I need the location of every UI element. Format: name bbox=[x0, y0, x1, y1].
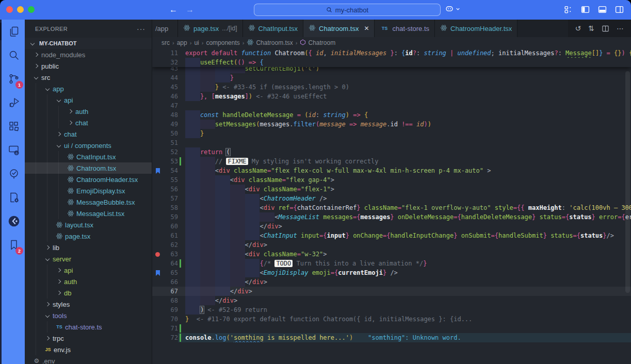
activity-bar-item-project-templates[interactable] bbox=[2, 186, 26, 209]
tree-item--env[interactable]: ⚙.env bbox=[25, 355, 152, 364]
tree-item-auth[interactable]: auth bbox=[25, 106, 152, 117]
back-arrow-icon[interactable]: ← bbox=[169, 5, 177, 14]
minimize-window-button[interactable] bbox=[17, 6, 24, 13]
tree-item-src[interactable]: src bbox=[25, 72, 152, 83]
tab-page-tsx[interactable]: page.tsx.../[id] bbox=[178, 20, 243, 37]
tree-item-tools[interactable]: tools bbox=[25, 310, 152, 321]
compare-changes-icon[interactable]: ⇅ bbox=[588, 24, 594, 32]
activity-bar-item-testing[interactable] bbox=[2, 162, 26, 186]
activity-bar-item-remote-explorer[interactable] bbox=[2, 138, 26, 162]
code-line-70[interactable]: 70} <- #11-70 export default function Ch… bbox=[152, 315, 631, 324]
code-line-62[interactable]: 62</div> bbox=[152, 240, 631, 250]
breadcrumb-item-chatroom-tsx[interactable]: Chatroom.tsx bbox=[247, 39, 293, 47]
activity-bar-item-bookmarks[interactable]: 2 bbox=[2, 233, 26, 257]
code-line-51[interactable]: 51 bbox=[152, 138, 631, 147]
history-icon[interactable]: ↺ bbox=[575, 24, 581, 32]
code-line-11[interactable]: 11export default function Chatroom({ id,… bbox=[152, 48, 631, 58]
activity-bar-item-run-debug[interactable] bbox=[2, 91, 26, 114]
zoom-window-button[interactable] bbox=[28, 6, 35, 13]
workspace-section-header[interactable]: MY-CHATBOT bbox=[25, 38, 152, 49]
code-line-55[interactable]: 55<div className="flex gap-4"> bbox=[152, 175, 631, 185]
breadcrumb-item-components[interactable]: components bbox=[206, 39, 239, 46]
activity-bar-item-extensions[interactable] bbox=[2, 114, 26, 138]
toggle-panel-icon[interactable] bbox=[598, 5, 607, 14]
breadcrumb-item-src[interactable]: src bbox=[161, 39, 170, 46]
code-line-61[interactable]: 61<ChatInput input={input} onChange={han… bbox=[152, 231, 631, 240]
breakpoint-icon[interactable] bbox=[155, 252, 160, 257]
code-line-66[interactable]: 66</div> bbox=[152, 277, 631, 287]
editor-scrollbar[interactable] bbox=[625, 71, 630, 293]
code-line-59[interactable]: 59<MessageList messages={messages} onDel… bbox=[152, 212, 631, 222]
tree-item-layout-tsx[interactable]: layout.tsx bbox=[25, 219, 152, 230]
tree-item-trpc[interactable]: trpc bbox=[25, 333, 152, 344]
tree-item-page-tsx[interactable]: page.tsx bbox=[25, 230, 152, 242]
tree-item-server[interactable]: server bbox=[25, 253, 152, 264]
command-center-search[interactable]: my-chatbot bbox=[254, 4, 441, 16]
tree-item-chat[interactable]: chat bbox=[25, 117, 152, 128]
code-line-56[interactable]: 56<div className="flex-1"> bbox=[152, 185, 631, 194]
split-editor-icon[interactable] bbox=[602, 25, 609, 32]
activity-bar-item-plugin[interactable] bbox=[2, 209, 26, 233]
code-line-72[interactable]: 72console.log('somthing is misspelled he… bbox=[152, 333, 631, 342]
tab-chat-store-ts[interactable]: TSchat-store.ts bbox=[375, 20, 435, 37]
close-window-button[interactable] bbox=[6, 6, 13, 13]
code-line-67[interactable]: 67</div> bbox=[152, 287, 631, 296]
code-line-32[interactable]: 32useEffect(() => { bbox=[152, 58, 631, 67]
copilot-menu[interactable] bbox=[445, 4, 460, 13]
code-line-50[interactable]: 50} bbox=[152, 129, 631, 138]
tree-item-env-js[interactable]: JSenv.js bbox=[25, 344, 152, 355]
code-line-53[interactable]: 53// FIXME My styling isn't working corr… bbox=[152, 157, 631, 166]
tree-item-app[interactable]: app bbox=[25, 83, 152, 94]
tree-item-chatroomheader-tsx[interactable]: ChatroomHeader.tsx bbox=[25, 174, 152, 185]
tree-item-auth[interactable]: auth bbox=[25, 276, 152, 287]
toggle-primary-sidebar-icon[interactable] bbox=[581, 5, 590, 14]
customize-layout-icon[interactable] bbox=[564, 5, 573, 14]
code-line-68[interactable]: 68</div> bbox=[152, 296, 631, 305]
tree-item-chat-store-ts[interactable]: TSchat-store.ts bbox=[25, 321, 152, 333]
tree-item-api[interactable]: api bbox=[25, 94, 152, 106]
code-line-60[interactable]: 60</div> bbox=[152, 222, 631, 231]
tree-item-messagelist-tsx[interactable]: MessageList.tsx bbox=[25, 208, 152, 219]
tab--app[interactable]: /app bbox=[152, 20, 178, 37]
code-line-44[interactable]: 44} bbox=[152, 73, 631, 82]
tab-chatroomheader-tsx[interactable]: ChatroomHeader.tsx bbox=[435, 20, 517, 37]
tree-item-public[interactable]: public bbox=[25, 60, 152, 72]
tree-item-chatinput-tsx[interactable]: ChatInput.tsx bbox=[25, 151, 152, 162]
code-line-63[interactable]: 63<div className="w-32"> bbox=[152, 250, 631, 259]
code-line-71[interactable]: 71 bbox=[152, 324, 631, 333]
tree-item-emojidisplay-tsx[interactable]: EmojiDisplay.tsx bbox=[25, 185, 152, 196]
tree-item-lib[interactable]: lib bbox=[25, 242, 152, 253]
explorer-more-actions-icon[interactable]: ··· bbox=[137, 25, 145, 33]
activity-bar-item-source-control[interactable]: 1 bbox=[2, 67, 26, 91]
code-line-54[interactable]: 54<div className="flex flex-col w-full m… bbox=[152, 166, 631, 175]
code-line-64[interactable]: 64{/* TODO Turn this into a live animati… bbox=[152, 259, 631, 268]
code-line-65[interactable]: 65<EmojiDisplay emoji={currentEmoji} /> bbox=[152, 268, 631, 277]
tree-item-chatroom-tsx[interactable]: Chatroom.tsx bbox=[25, 162, 152, 174]
code-line-57[interactable]: 57<ChatroomHeader /> bbox=[152, 194, 631, 203]
more-actions-icon[interactable]: ⋯ bbox=[617, 24, 624, 32]
tree-item-node-modules[interactable]: node_modules bbox=[25, 49, 152, 60]
code-line-69[interactable]: 69) <- #52-69 return bbox=[152, 305, 631, 315]
code-line-52[interactable]: 52return ( bbox=[152, 147, 631, 157]
tree-item-messagebubble-tsx[interactable]: MessageBubble.tsx bbox=[25, 196, 152, 208]
code-line-46[interactable]: 46}, [messages]) <- #32-46 useEffect bbox=[152, 92, 631, 101]
breadcrumb-item-app[interactable]: app bbox=[177, 39, 187, 46]
activity-bar-item-search[interactable] bbox=[2, 43, 26, 67]
code-line-48[interactable]: 48const handleDeleteMessage = (id: strin… bbox=[152, 110, 631, 120]
breadcrumb-item-chatroom[interactable]: Chatroom bbox=[300, 39, 335, 47]
tree-item-styles[interactable]: styles bbox=[25, 299, 152, 310]
code-editor[interactable]: 43setCurrentEmoji('☾')44}45} <- #33-45 i… bbox=[152, 48, 631, 364]
code-line-45[interactable]: 45} <- #33-45 if (messages.length > 0) bbox=[152, 82, 631, 92]
toggle-secondary-sidebar-icon[interactable] bbox=[615, 5, 624, 14]
code-line-58[interactable]: 58<div ref={chatContainerRef} className=… bbox=[152, 203, 631, 212]
close-tab-icon[interactable]: ✕ bbox=[364, 25, 369, 32]
activity-bar-item-explorer[interactable] bbox=[2, 20, 26, 43]
tree-item-api[interactable]: api bbox=[25, 264, 152, 276]
code-line-49[interactable]: 49setMessages(messages.filter(message =>… bbox=[152, 120, 631, 129]
tab-chatroom-tsx[interactable]: Chatroom.tsx✕ bbox=[303, 20, 375, 37]
breadcrumb-item-ui[interactable]: ui bbox=[194, 39, 199, 46]
code-line-47[interactable]: 47 bbox=[152, 101, 631, 110]
tab-chatinput-tsx[interactable]: ChatInput.tsx bbox=[243, 20, 304, 37]
tree-item-chat[interactable]: chat bbox=[25, 128, 152, 140]
tree-item-db[interactable]: db bbox=[25, 287, 152, 299]
